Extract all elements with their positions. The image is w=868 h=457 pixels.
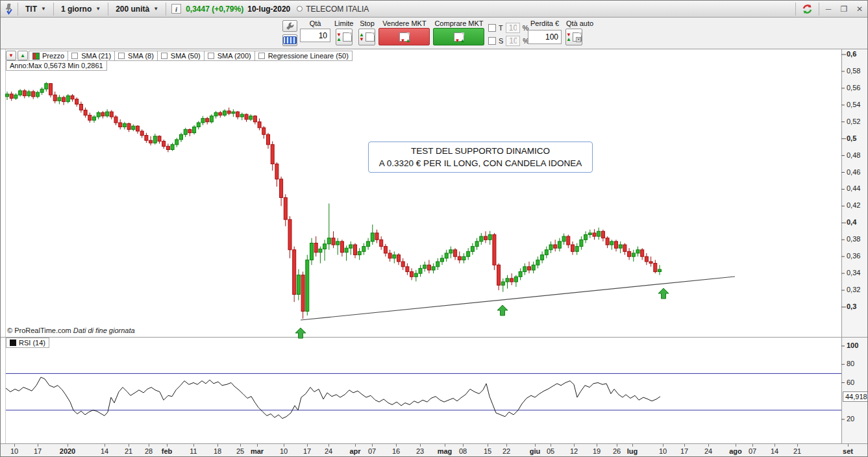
separator [18, 3, 18, 16]
time-axis-label: mar [251, 447, 264, 455]
time-axis-tick [307, 444, 308, 447]
title-bar: TIT ▼ 1 giorno ▼ 200 unità ▼ i 0,3447 (+… [1, 1, 867, 18]
time-axis[interactable]: 10172020142128feb111825mar101724apr07162… [1, 443, 868, 457]
time-axis-label: 07 [368, 447, 376, 455]
indicator-checkbox[interactable] [258, 53, 265, 59]
order-document-icon [366, 32, 375, 42]
refresh-button[interactable] [797, 1, 817, 17]
trailing-pct-input[interactable] [506, 23, 520, 33]
sell-mkt-button[interactable]: ▼▲ [378, 28, 430, 45]
time-axis-tick [597, 444, 597, 447]
stoploss-pct-input[interactable] [506, 36, 520, 46]
buy-mkt-label: Comprare MKT [432, 19, 486, 27]
indicator-checkbox[interactable] [208, 53, 214, 59]
price-axis-label: 0,46 [847, 168, 860, 176]
stop-label: Stop [358, 19, 377, 27]
time-axis-label: 2020 [60, 447, 75, 455]
legend-indicator-item[interactable]: SMA (8) [114, 51, 158, 61]
right-axis-area[interactable] [842, 49, 868, 443]
close-button[interactable]: ✕ [852, 3, 867, 16]
timeframe-dropdown[interactable]: 1 giorno ▼ [55, 1, 106, 17]
time-axis-tick [284, 444, 284, 447]
time-axis-label: 15 [484, 447, 491, 455]
time-axis-label: ago [729, 447, 742, 455]
time-axis-tick [445, 444, 445, 447]
arrow-up-icon: ▲ [336, 37, 341, 42]
sell-mkt-label: Vendere MKT [378, 19, 430, 27]
maximize-button[interactable]: ❐ [836, 3, 852, 16]
indicator-checkbox[interactable] [71, 53, 78, 59]
refresh-icon [801, 3, 813, 15]
buy-shortcut-button[interactable]: ▲ [18, 51, 28, 60]
time-axis-label: 28 [145, 447, 153, 455]
time-axis-tick [329, 444, 329, 447]
arrow-down-icon: ▼ [359, 37, 364, 42]
qty-auto-button[interactable]: ▼ ▲ ✕ [565, 29, 582, 45]
legend-indicator-item[interactable]: Regressione Lineare (50) [254, 51, 353, 61]
arrow-down-icon: ▼ [455, 38, 460, 43]
arrow-up-icon: ▲ [405, 38, 410, 43]
trailing-label: T [499, 24, 503, 32]
arrow-up-icon: ▲ [460, 38, 465, 43]
time-axis-tick [217, 444, 218, 447]
time-axis-tick [736, 444, 736, 447]
legend-indicator-item[interactable]: SMA (21) [68, 51, 115, 61]
trailing-checkbox[interactable] [488, 24, 496, 32]
indicator-checkbox[interactable] [161, 53, 167, 59]
rsi-axis-label: 20 [847, 415, 854, 423]
time-axis-label: mag [438, 447, 453, 455]
legend-price-label: Prezzo [42, 52, 64, 60]
time-axis-label: lug [627, 447, 638, 455]
wrench-icon [286, 22, 294, 31]
order-panel: Qtà Limite ▼ ▲ Stop ▲ ▼ Vendere MKT ▼▲ C… [1, 18, 867, 49]
indicator-label: Regressione Lineare (50) [268, 52, 349, 60]
time-axis-tick [149, 444, 149, 447]
time-axis-tick [105, 444, 105, 447]
buy-mkt-button[interactable]: ▼▲ [433, 28, 484, 45]
units-dropdown[interactable]: 200 unità ▼ [110, 1, 164, 17]
price-axis-label: 0,36 [847, 252, 860, 260]
indicator-checkbox[interactable] [118, 53, 125, 59]
stoploss-checkbox[interactable] [488, 37, 496, 45]
time-axis-tick [752, 444, 753, 447]
time-axis-tick [372, 444, 373, 447]
time-axis-label: set [843, 447, 853, 455]
qty-input[interactable] [300, 29, 330, 42]
info-icon[interactable]: i [171, 4, 181, 14]
keyboard-order-button[interactable] [282, 34, 297, 46]
loss-input[interactable] [528, 30, 562, 44]
time-axis-label: 17 [303, 447, 311, 455]
rsi-axis-label: 80 [847, 360, 854, 367]
legend-indicator-item[interactable]: SMA (200) [204, 51, 255, 61]
price-axis-label: 0,58 [847, 67, 860, 75]
symbol-dropdown[interactable]: TIT ▼ [19, 1, 52, 17]
rsi-label: RSI (14) [19, 339, 45, 347]
units-label: 200 unità [116, 5, 149, 14]
arrow-up-icon: ▲ [20, 53, 25, 58]
time-axis-tick [68, 444, 68, 447]
limit-order-button[interactable]: ▼ ▲ [336, 29, 353, 45]
time-axis-label: 05 [547, 447, 554, 455]
stop-order-button[interactable]: ▲ ▼ [358, 29, 375, 45]
stoploss-row: S % [488, 36, 529, 46]
legend-price-item[interactable]: Prezzo [29, 51, 68, 61]
chevron-down-icon: ▼ [41, 6, 46, 12]
time-axis-tick [420, 444, 421, 447]
minimize-button[interactable]: ─ [821, 3, 836, 16]
time-axis-label: 10 [10, 447, 18, 455]
pin-icon[interactable] [1, 3, 16, 15]
panel-divider[interactable] [1, 337, 868, 338]
sell-shortcut-button[interactable]: ▼ [6, 51, 16, 60]
price-chart-canvas[interactable] [5, 49, 841, 443]
analysis-annotation[interactable]: TEST DEL SUPPORTO DINAMICO A 0.3320 € PE… [368, 142, 593, 173]
time-axis-tick [129, 444, 129, 447]
rsi-legend[interactable]: RSI (14) [6, 338, 49, 348]
price-axis-label: 0,44 [847, 184, 860, 192]
time-axis-label: 19 [593, 447, 601, 455]
order-settings-button[interactable] [282, 20, 297, 32]
legend-indicator-item[interactable]: SMA (50) [157, 51, 205, 61]
time-axis-label: 12 [570, 447, 578, 455]
time-axis-tick [775, 444, 775, 447]
order-document-icon: ▼▲ [399, 32, 410, 42]
time-axis-tick [14, 444, 15, 447]
